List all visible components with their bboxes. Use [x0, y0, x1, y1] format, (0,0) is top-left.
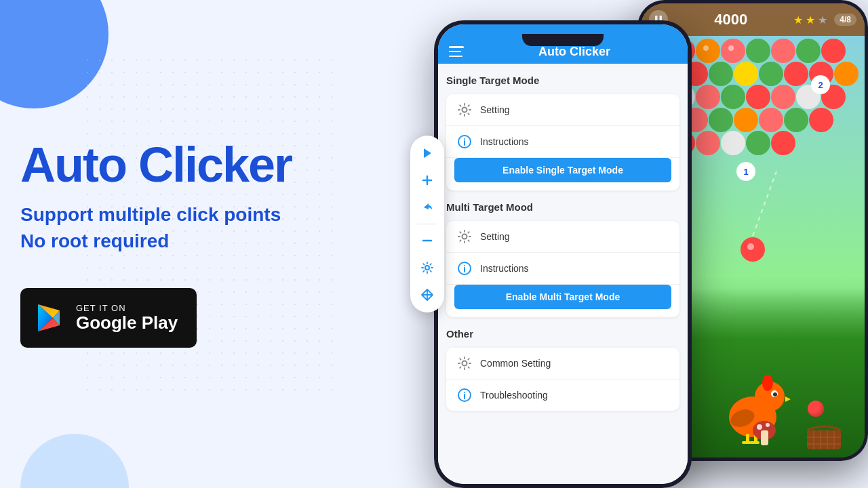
common-setting-item[interactable]: Common Setting	[446, 348, 679, 380]
google-play-text: Google Play	[76, 313, 178, 333]
svg-point-57	[696, 131, 720, 155]
falling-fruit	[808, 401, 824, 417]
phone-main: Auto Clicker Single Target Mode Setting	[434, 20, 692, 488]
svg-point-42	[696, 85, 720, 109]
svg-point-17	[462, 361, 467, 366]
toolbar-divider	[417, 224, 437, 224]
info-icon-single	[457, 134, 472, 149]
basket-svg	[804, 417, 844, 451]
subtitle-2: No root required	[20, 228, 380, 254]
svg-point-20	[464, 392, 465, 393]
svg-text:2: 2	[818, 80, 823, 90]
gear-icon-other	[457, 356, 472, 371]
play-store-icon	[34, 302, 66, 334]
svg-point-36	[759, 62, 783, 86]
svg-point-43	[721, 85, 745, 109]
move-toolbar-btn[interactable]	[415, 283, 439, 307]
hamburger-line-1	[449, 46, 464, 48]
svg-point-9	[462, 108, 467, 113]
section-multi-card: Setting Instructions Enable Multi Target…	[446, 221, 679, 317]
svg-point-45	[771, 85, 795, 109]
minus-toolbar-btn[interactable]	[415, 228, 439, 253]
svg-rect-85	[807, 430, 841, 449]
enable-single-btn[interactable]: Enable Single Target Mode	[454, 158, 671, 182]
hamburger-line-2	[449, 51, 461, 53]
single-setting-item[interactable]: Setting	[446, 94, 679, 126]
troubleshooting-label: Troubleshooting	[480, 390, 548, 401]
app-content: Single Target Mode Setting	[438, 64, 688, 484]
svg-point-34	[709, 62, 733, 86]
appbar-title: Auto Clicker	[472, 45, 677, 59]
svg-rect-83	[742, 441, 751, 444]
svg-point-51	[734, 108, 758, 132]
svg-point-35	[734, 62, 758, 86]
phone-notch	[522, 34, 604, 46]
section-multi-title: Multi Target Mood	[446, 199, 679, 216]
svg-marker-78	[785, 396, 791, 402]
svg-point-54	[809, 108, 833, 132]
svg-point-59	[746, 131, 770, 155]
get-it-on-text: GET IT ON	[76, 303, 178, 313]
multi-instructions-label: Instructions	[480, 263, 529, 274]
multi-setting-label: Setting	[480, 231, 510, 242]
star-2: ★	[806, 14, 815, 26]
hamburger-line-3	[449, 56, 462, 58]
svg-point-52	[759, 108, 783, 132]
subtitle-1: Support multiple click points	[20, 201, 380, 228]
app-title: Auto Clicker	[20, 140, 380, 189]
side-toolbar	[410, 136, 444, 312]
common-setting-label: Common Setting	[480, 358, 551, 369]
multi-instructions-item[interactable]: Instructions	[446, 253, 679, 285]
star-3: ★	[818, 14, 827, 26]
svg-point-64	[728, 45, 734, 51]
svg-point-63	[703, 45, 709, 51]
svg-marker-4	[424, 148, 431, 158]
svg-point-50	[709, 108, 733, 132]
section-other-card: Common Setting Troubleshooting	[446, 348, 679, 411]
mushroom-svg	[753, 417, 776, 447]
svg-rect-95	[761, 430, 768, 445]
single-instructions-item[interactable]: Instructions	[446, 126, 679, 158]
section-single-card: Setting Instructions Enable Single Targe…	[446, 94, 679, 190]
svg-point-93	[757, 424, 762, 430]
gear-icon-single	[457, 102, 472, 117]
section-other-title: Other	[446, 325, 679, 342]
star-1: ★	[793, 14, 803, 26]
share-toolbar-btn[interactable]	[415, 195, 439, 220]
hamburger-icon[interactable]	[449, 46, 464, 57]
game-level: 4/8	[834, 14, 856, 26]
enable-multi-btn[interactable]: Enable Multi Target Mode	[454, 285, 671, 309]
add-toolbar-btn[interactable]	[415, 168, 439, 192]
svg-point-29	[771, 39, 795, 63]
left-panel: Auto Clicker Support multiple click poin…	[0, 0, 400, 488]
svg-point-44	[746, 85, 770, 109]
svg-point-94	[766, 423, 770, 427]
svg-point-16	[464, 265, 465, 266]
svg-point-13	[462, 235, 467, 239]
svg-point-12	[464, 138, 465, 140]
svg-point-37	[784, 62, 808, 86]
troubleshooting-item[interactable]: Troubleshooting	[446, 380, 679, 411]
multi-setting-item[interactable]: Setting	[446, 221, 679, 253]
phone-main-screen: Auto Clicker Single Target Mode Setting	[438, 24, 688, 484]
gear-toolbar-btn[interactable]	[415, 256, 439, 280]
svg-line-73	[753, 171, 776, 236]
gear-icon-multi	[457, 229, 472, 244]
play-toolbar-btn[interactable]	[415, 141, 439, 165]
svg-point-72	[747, 243, 754, 250]
svg-point-30	[796, 39, 821, 63]
info-icon-other	[457, 388, 472, 403]
stars-area: ★ ★ ★	[793, 14, 827, 26]
svg-point-60	[771, 131, 795, 155]
game-score: 4000	[675, 11, 787, 28]
google-play-badge[interactable]: GET IT ON Google Play	[20, 288, 197, 348]
phones-container: Auto Clicker Single Target Mode Setting	[393, 0, 868, 488]
svg-point-58	[721, 131, 745, 155]
svg-point-31	[821, 39, 846, 63]
svg-point-26	[696, 39, 720, 63]
svg-point-28	[746, 39, 770, 63]
svg-point-39	[834, 62, 859, 86]
svg-text:1: 1	[743, 167, 748, 177]
info-icon-multi	[457, 261, 472, 276]
section-single-title: Single Target Mode	[446, 72, 679, 89]
